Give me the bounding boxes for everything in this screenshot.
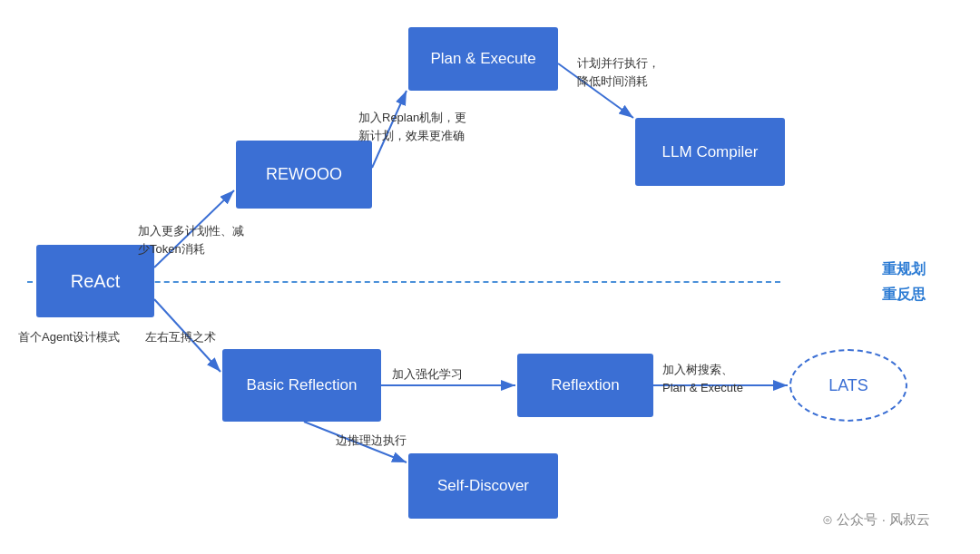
section-rethink: 重反思	[882, 286, 926, 305]
label-basic-reflextion: 加入强化学习	[392, 365, 463, 384]
label-basic-self: 边推理边执行	[336, 432, 407, 450]
label-plan-llm: 计划并行执行，降低时间消耗	[577, 54, 660, 90]
node-rewooo: REWOOO	[236, 141, 372, 209]
label-react-basic: 左右互搏之术	[145, 328, 216, 346]
node-basic-reflection: Basic Reflection	[222, 349, 381, 422]
node-lats: LATS	[789, 349, 907, 422]
footer-text: ⊙ 公众号 · 风叔云	[822, 511, 930, 529]
section-replan: 重规划	[882, 260, 926, 279]
label-react-bottom: 首个Agent设计模式	[18, 328, 120, 346]
node-react: ReAct	[36, 245, 154, 317]
node-reflextion: Reflextion	[517, 354, 653, 417]
node-plan-execute: Plan & Execute	[408, 27, 558, 91]
node-self-discover: Self-Discover	[408, 453, 558, 519]
label-rewooo-plan: 加入Replan机制，更新计划，效果更准确	[358, 109, 466, 144]
label-reflextion-lats: 加入树搜索、Plan & Execute	[662, 361, 743, 396]
label-react-rewooo: 加入更多计划性、减少Token消耗	[138, 222, 244, 258]
diagram-container: 重规划 重反思 ReAct REWOOO Plan & Execute LLM …	[0, 0, 980, 554]
node-llm-compiler: LLM Compiler	[635, 118, 785, 186]
